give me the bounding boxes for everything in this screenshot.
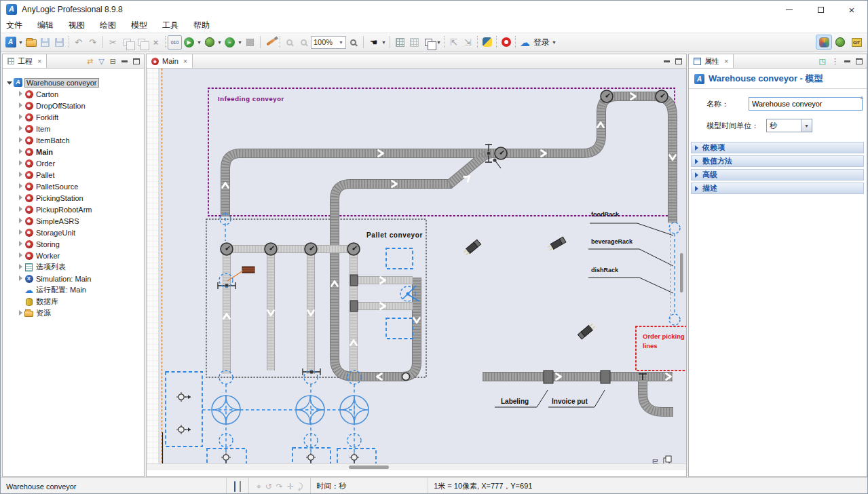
properties-scroll-up-icon[interactable]: ▲ (859, 94, 865, 100)
paste-button[interactable] (134, 35, 149, 50)
tab-main-close-icon[interactable]: × (183, 57, 187, 65)
tree-item-storageunit[interactable]: ☻StorageUnit (3, 227, 144, 238)
projects-minimize-icon[interactable] (121, 60, 128, 62)
snap-to-grid-button[interactable] (407, 35, 421, 50)
new-model-button[interactable]: A (3, 35, 18, 50)
open-button[interactable] (24, 35, 38, 50)
editor-minimize-icon[interactable] (664, 60, 670, 62)
zoom-reset-button[interactable] (346, 35, 360, 50)
login-dropdown[interactable]: ▼ (551, 35, 557, 50)
move-tool-icon[interactable]: ✛ (287, 482, 294, 491)
tree-item-simpleasrs[interactable]: ☻SimpleASRS (3, 215, 144, 227)
run-logging-dropdown[interactable]: ▼ (237, 35, 243, 50)
menu-help[interactable]: 帮助 (193, 18, 216, 33)
tree-item-forklift[interactable]: ☻Forklift (3, 111, 144, 123)
run-button[interactable]: ▶ (182, 35, 196, 50)
git-perspective-button[interactable]: GIT (848, 35, 865, 50)
login-button[interactable]: 登录 (533, 37, 550, 48)
menu-draw[interactable]: 绘图 (100, 18, 123, 33)
maximize-button[interactable] (805, 1, 836, 18)
zoom-combo[interactable]: 100% ▼ (311, 36, 346, 49)
redo-button[interactable]: ↷ (86, 35, 100, 50)
zoom-combo-arrow-icon[interactable]: ▼ (339, 40, 343, 45)
pan-dropdown[interactable]: ▼ (381, 35, 387, 50)
curve-tool-icon[interactable]: ↷ (276, 482, 283, 491)
format-painter-button[interactable] (263, 35, 278, 50)
collapse-all-icon[interactable]: ⊟ (110, 57, 116, 66)
menu-view[interactable]: 视图 (69, 18, 92, 33)
presentation-icon[interactable] (234, 482, 235, 491)
rotate-tool-icon[interactable]: ↺ (265, 482, 272, 491)
compare-runs-button[interactable]: ⇱ (447, 35, 461, 50)
cloud-icon[interactable]: ☁ (518, 35, 532, 50)
section-advanced[interactable]: 高级 (691, 169, 864, 180)
minimize-button[interactable] (774, 1, 805, 18)
model-perspective-button[interactable] (816, 35, 832, 50)
close-button[interactable]: × (836, 1, 867, 18)
tab-projects[interactable]: 工程 × (3, 54, 47, 68)
conveyor-wheel[interactable] (402, 373, 410, 381)
tree-item-run-config[interactable]: ☁运行配置: Main (3, 284, 144, 296)
menu-edit[interactable]: 编辑 (37, 18, 60, 33)
save-button[interactable] (38, 35, 52, 50)
menu-file[interactable]: 文件 (6, 18, 29, 33)
model-name-input[interactable] (749, 97, 863, 111)
run-logging-button[interactable]: ≡ (223, 35, 237, 50)
save-all-button[interactable] (52, 35, 67, 50)
properties-maximize-icon[interactable] (856, 58, 863, 64)
help-button[interactable] (499, 35, 513, 50)
tree-item-database[interactable]: 数据库 (3, 296, 144, 307)
delete-button[interactable]: × (149, 35, 163, 50)
copy-button[interactable] (120, 35, 134, 50)
tree-item-pickuprobotarm[interactable]: ☻PickupRobotArm (3, 204, 144, 215)
debug-perspective-button[interactable] (832, 35, 848, 50)
arrange-dropdown[interactable]: ▼ (436, 35, 442, 50)
canvas-vscrollbar[interactable] (680, 253, 683, 292)
undo-button[interactable]: ↶ (71, 35, 86, 50)
menu-model[interactable]: 模型 (131, 18, 154, 33)
stop-button[interactable] (243, 35, 257, 50)
canvas-hscrollbar[interactable] (147, 463, 686, 470)
zoom-out-button[interactable] (297, 35, 311, 50)
export-button[interactable]: ⇲ (461, 35, 475, 50)
pan-button[interactable]: ☚ (366, 35, 381, 50)
tree-item-simulation[interactable]: XSimulation: Main (3, 273, 144, 284)
section-description[interactable]: 描述 (691, 183, 864, 194)
tab-main[interactable]: ☻ Main × (147, 54, 193, 68)
tree-item-pickingstation[interactable]: ☻PickingStation (3, 192, 144, 204)
time-unit-dropdown-icon[interactable]: ▼ (801, 119, 812, 132)
tab-projects-close-icon[interactable]: × (37, 57, 41, 65)
tree-item-resources[interactable]: 资源 (3, 307, 144, 319)
tree-item-model-root[interactable]: AWarehouse conveyor (3, 77, 144, 88)
grid-button[interactable] (393, 35, 407, 50)
tree-item-storing[interactable]: ☻Storing (3, 238, 144, 250)
tree-item-worker[interactable]: ☻Worker (3, 250, 144, 261)
section-dependencies[interactable]: 依赖项 (691, 142, 864, 153)
select-tool-icon[interactable]: ⌖ (257, 482, 261, 491)
run-dropdown[interactable]: ▼ (196, 35, 202, 50)
tab-properties-close-icon[interactable]: × (724, 57, 728, 65)
section-numerical-methods[interactable]: 数值方法 (691, 155, 864, 167)
tree-item-item[interactable]: ☻Item (3, 123, 144, 134)
cut-button[interactable]: ✂ (106, 35, 120, 50)
tree-item-carton[interactable]: ☻Carton (3, 88, 144, 100)
canvas-hscrollbar-thumb[interactable] (349, 466, 389, 469)
tree-item-dropoffstation[interactable]: ☻DropOffStation (3, 100, 144, 111)
projects-maximize-icon[interactable] (133, 58, 140, 64)
tree-item-main[interactable]: ☻Main (3, 146, 144, 157)
editor-maximize-icon[interactable] (675, 58, 682, 64)
tab-properties[interactable]: 属性 × (689, 54, 734, 68)
filter-icon[interactable]: ▽ (98, 57, 104, 66)
tree-item-pallet[interactable]: ☻Pallet (3, 169, 144, 180)
build-button[interactable]: 010 (168, 35, 182, 50)
pivot-tool-icon[interactable]: ⤸ (298, 482, 303, 491)
tree-item-itembatch[interactable]: ☻ItemBatch (3, 134, 144, 146)
menu-tools[interactable]: 工具 (162, 18, 185, 33)
zoom-area-button[interactable] (282, 35, 297, 50)
debug-button[interactable] (202, 35, 216, 50)
tree-item-order[interactable]: ☻Order (3, 157, 144, 169)
tree-item-option-list[interactable]: 选项列表 (3, 261, 144, 273)
model-canvas[interactable]: Infeeding conveyor Pallet conveyor (147, 69, 686, 470)
python-button[interactable] (480, 35, 494, 50)
debug-dropdown[interactable]: ▼ (216, 35, 223, 50)
